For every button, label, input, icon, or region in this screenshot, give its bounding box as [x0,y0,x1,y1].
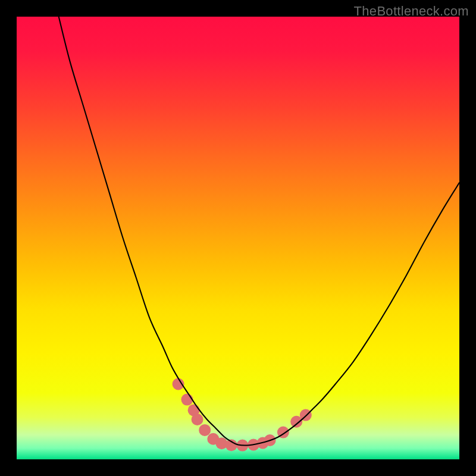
watermark-text: TheBottleneck.com [354,4,469,19]
highlight-marker [199,424,211,436]
chart-svg [17,17,459,459]
highlight-marker [192,414,203,425]
highlight-marker [181,394,193,406]
background-gradient [17,17,459,459]
chart-frame [17,17,459,459]
